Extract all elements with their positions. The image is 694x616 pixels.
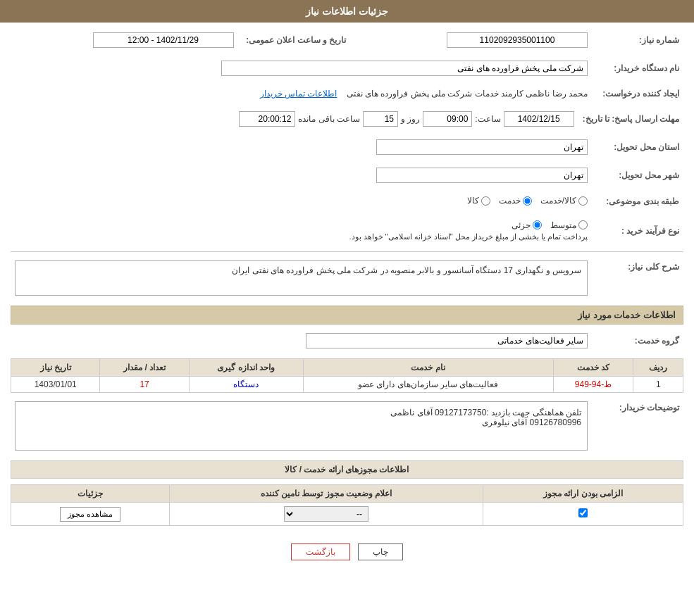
col-header-code: کد خدمت [553,359,633,377]
province-table: استان محل تحویل: [11,137,683,158]
page-header: جزئیات اطلاعات نیاز [0,0,694,23]
category-radio-group: کالا/خدمت خدمت کالا [467,196,588,206]
service-group-input[interactable] [306,333,588,348]
row-number: 1 [633,377,683,393]
row-service-name: فعالیت‌های سایر سازمان‌های دارای عضو [303,377,553,393]
need-number-label: شماره نیاز: [592,30,683,51]
lic-col-status: اعلام وضعیت مجوز توسط نامین کننده [170,485,483,503]
category-label-kala-khadamat: کالا/خدمت [540,196,576,206]
service-group-label: گروه خدمت: [592,330,683,351]
creator-label: ایجاد کننده درخواست: [592,86,683,101]
col-header-qty: تعداد / مقدار [100,359,189,377]
buyer-notes-line1: تلفن هماهنگی جهت بازدید :09127173750 آقا… [21,408,581,417]
category-option-kala-khadamat[interactable]: کالا/خدمت [540,196,588,206]
process-table: نوع فرآیند خرید : متوسط جزئی پرداخت تم [11,218,683,245]
table-row: 1 ط-94-949 فعالیت‌های سایر سازمان‌های دا… [11,377,683,393]
col-header-name: نام خدمت [303,359,553,377]
category-label-kala: کالا [467,196,479,206]
reply-deadline-label: مهلت ارسال پاسخ: تا تاریخ: [578,108,683,130]
category-radio-kala-khadamat[interactable] [578,196,588,206]
reply-time-input[interactable] [423,111,472,127]
announce-input[interactable] [93,32,234,48]
licenses-section: اطلاعات مجوزهای ارائه خدمت / کالا الزامی… [11,460,683,526]
print-button[interactable]: چاپ [358,543,403,560]
category-table: طبقه بندی موضوعی: کالا/خدمت خدمت [11,193,683,210]
header-info-table: شماره نیاز: تاریخ و ساعت اعلان عمومی: [11,30,683,51]
lic-col-details: جزئیات [11,485,170,503]
process-option-jozi[interactable]: جزئی [512,220,542,230]
lic-details-cell: مشاهده مجوز [11,503,170,526]
row-code: ط-94-949 [553,377,633,393]
province-label: استان محل تحویل: [592,137,683,158]
city-label: شهر محل تحویل: [592,165,683,186]
services-table: ردیف کد خدمت نام خدمت واحد اندازه گیری ت… [11,358,683,393]
lic-status-cell: -- [170,503,483,526]
licenses-title: اطلاعات مجوزهای ارائه خدمت / کالا [11,460,683,479]
page-wrapper: جزئیات اطلاعات نیاز شماره نیاز: تاریخ و … [0,0,694,616]
lic-col-required: الزامی بودن ارائه مجوز [483,485,683,503]
need-desc-value: سرویس و نگهداری 17 دستگاه آسانسور و بالا… [232,265,581,275]
license-row: -- مشاهده مجوز [11,503,683,526]
process-label: نوع فرآیند خرید : [592,218,683,245]
lic-required-checkbox[interactable] [578,508,588,517]
reply-day-label: روز و [401,114,420,124]
lic-required-cell [483,503,683,526]
reply-date-input[interactable] [504,111,574,127]
city-table: شهر محل تحویل: [11,165,683,186]
col-header-row: ردیف [633,359,683,377]
buyer-notes-label: توضیحات خریدار: [592,398,683,453]
divider-1 [11,251,683,252]
need-desc-label: شرح کلی نیاز: [592,258,683,298]
requester-table: نام دستگاه خریدار: [11,58,683,79]
creator-table: ایجاد کننده درخواست: محمد رضا ناظمی کارم… [11,86,683,101]
process-radio-group: متوسط جزئی [512,220,588,230]
services-section-title: اطلاعات خدمات مورد نیاز [11,306,683,325]
buyer-notes-box: تلفن هماهنگی جهت بازدید :09127173750 آقا… [15,401,588,451]
process-label-jozi: جزئی [512,220,531,230]
category-label: طبقه بندی موضوعی: [592,193,683,210]
process-option-motavaset[interactable]: متوسط [550,220,588,230]
requester-org-input[interactable] [221,61,588,76]
category-option-khadamat[interactable]: خدمت [499,196,532,206]
lic-status-select[interactable]: -- [284,506,368,522]
buyer-notes-line2: 09126780996 آقای نیلوفری [21,417,581,427]
creator-link[interactable]: اطلاعات تماس خریدار [260,89,337,99]
licenses-table: الزامی بودن ارائه مجوز اعلام وضعیت مجوز … [11,484,683,526]
need-desc-box: سرویس و نگهداری 17 دستگاه آسانسور و بالا… [15,260,588,296]
city-input[interactable] [376,168,588,183]
category-option-kala[interactable]: کالا [467,196,490,206]
row-qty: 17 [100,377,189,393]
creator-value: محمد رضا ناظمی کارمند خدمات شرکت ملی پخش… [347,89,588,99]
remaining-label: ساعت باقی مانده [298,114,360,124]
service-group-table: گروه خدمت: [11,330,683,351]
row-date: 1403/01/01 [11,377,100,393]
page-title: جزئیات اطلاعات نیاز [306,6,388,17]
view-license-button[interactable]: مشاهده مجوز [60,507,120,522]
return-button[interactable]: بازگشت [291,543,350,560]
reply-days-input[interactable] [363,111,398,127]
need-desc-table: شرح کلی نیاز: سرویس و نگهداری 17 دستگاه … [11,258,683,298]
process-label-motavaset: متوسط [550,220,576,230]
row-unit: دستگاه [189,377,303,393]
remaining-time-input[interactable] [239,111,295,127]
col-header-date: تاریخ نیاز [11,359,100,377]
category-radio-kala[interactable] [481,196,490,206]
main-content: شماره نیاز: تاریخ و ساعت اعلان عمومی: نا… [0,23,694,578]
reply-time-label: ساعت: [475,114,500,124]
category-radio-khadamat[interactable] [523,196,532,206]
need-number-input[interactable] [447,32,588,48]
process-radio-motavaset[interactable] [578,220,588,230]
province-input[interactable] [376,139,588,155]
category-label-khadamat: خدمت [499,196,521,206]
announce-label: تاریخ و ساعت اعلان عمومی: [238,30,351,51]
deadline-table: مهلت ارسال پاسخ: تا تاریخ: ساعت: روز و س… [11,108,683,130]
buyer-notes-table: توضیحات خریدار: تلفن هماهنگی جهت بازدید … [11,398,683,453]
process-radio-jozi[interactable] [533,220,542,230]
footer-buttons: چاپ بازگشت [11,533,683,571]
col-header-unit: واحد اندازه گیری [189,359,303,377]
process-note: پرداخت تمام یا بخشی از مبلغ خریداز محل "… [349,232,588,241]
requester-org-label: نام دستگاه خریدار: [592,58,683,79]
